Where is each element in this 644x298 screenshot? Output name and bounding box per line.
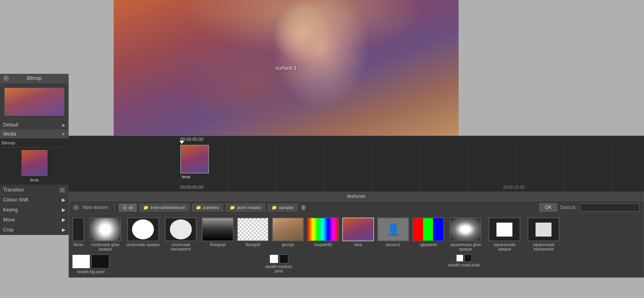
stealth-row: stealth big pixel stealth medium pixel s… [69,255,644,277]
texture-item-person1[interactable]: 👤 person1 [377,217,409,247]
transition-count: 0 [59,187,65,193]
timeline: 00:00:00.00 lena 00:00:15.00 00:00:00.00 [69,136,644,191]
texture-thumb-george [272,217,304,241]
stealth-big-pixel-item[interactable]: stealth big pixel [72,255,109,274]
timeline-clip[interactable] [180,145,209,174]
playhead-marker [179,141,184,144]
bitmap-thumbnail [4,88,64,116]
surface-label: surface 1 [276,65,297,71]
stealth-med-black [280,255,288,263]
texture-item-circlemask-opaque[interactable]: circlemask opaque [126,217,160,247]
colour-shift-row[interactable]: Colour Shift ▶ [0,195,69,205]
transition-row[interactable]: Transition 0 [0,185,69,195]
texture-item-circlemask-glow-opaque[interactable]: circlemask glow opaque [87,217,123,251]
stealth-small-white [456,255,463,262]
filter-sample-button[interactable]: 📁 sample/ [268,204,298,211]
texture-close-button[interactable]: × [73,204,79,211]
texture-grid: None circlemask glow opaque circlemask o… [69,214,644,255]
keying-row[interactable]: Keying ▶ [0,205,69,215]
move-row[interactable]: Move ▶ [0,215,69,225]
texture-thumb-hsvpalette [307,217,339,241]
texture-thumb-squaremask-transparent [528,217,559,241]
close-button[interactable]: × [3,75,9,81]
texture-thumb-lena [342,217,374,241]
left-panel: × Bitmap Default ▶ Media ▼ Bitmap lena T… [0,74,69,235]
trash-icon[interactable]: 🗑 [301,204,306,211]
stealth-small-pixel-item[interactable]: stealth small pixel [448,255,480,267]
main-image-area: surface 1 [114,0,459,136]
texture-item-lena[interactable]: lena [342,217,374,247]
stealth-big-white [72,255,90,268]
texture-item-rgbpalette[interactable]: rgbpalette [412,217,444,247]
texture-item-floorgrad[interactable]: floorgrad [202,217,234,247]
search-input[interactable] [580,203,640,211]
texture-thumb-none [72,217,84,241]
lena-thumb [22,150,47,176]
bitmap-panel-header: × Bitmap [0,74,69,83]
crop-row[interactable]: Crop ▶ [0,225,69,235]
texture-thumb-floorgrid [237,217,269,241]
filter-internal-button[interactable]: 📁 internal/dxtexture/ [140,204,189,211]
texture-item-hsvpalette[interactable]: hsvpalette [307,217,339,247]
texture-dialog-header: textures [69,191,644,201]
texture-thumb-person1: 👤 [377,217,409,241]
texture-item-squaremask-transparent[interactable]: squaremask transparent [526,217,561,251]
texture-thumb-circlemask-glow-opaque [89,217,121,241]
timeline-clip-label: lena [182,174,190,179]
filter-pixel-masks-button[interactable]: 📁 pixel masks/ [226,204,265,211]
ok-button[interactable]: OK [540,203,557,211]
texture-thumb-floorgrad [202,217,234,241]
texture-item-squaremask-glow-opaque[interactable]: squaremask glow opaque [447,217,483,251]
texture-item-george[interactable]: george [272,217,304,247]
colour-shift-arrow: ▶ [62,197,65,203]
media-row[interactable]: Media ▼ [0,130,69,138]
texture-thumb-rgbpalette [412,217,444,241]
stealth-medium-pixel-item[interactable]: stealth medium pixel [261,255,297,273]
stealth-big-black [91,255,109,268]
move-arrow: ▶ [62,217,65,223]
media-arrow: ▼ [61,132,65,136]
texture-thumb-squaremask-glow-opaque [449,217,481,241]
filter-all-button[interactable]: ☰ all [119,204,136,211]
texture-item-circlemask-transparent[interactable]: circlemask transparent [163,217,199,251]
default-arrow: ▶ [62,123,65,127]
keying-arrow: ▶ [62,207,65,213]
timeline-end-time: 00:00:15.00 [503,185,524,189]
texture-thumb-circlemask-opaque [127,217,159,241]
texture-item-floorgrid[interactable]: floorgrid [237,217,269,247]
filter-palettes-button[interactable]: 📁 palettes/ [192,204,223,211]
stealth-med-white [270,255,278,263]
stealth-small-black [465,255,472,262]
crop-arrow: ▶ [62,227,65,233]
texture-thumb-squaremask-opaque [488,217,520,241]
media-bitmap-header: Bitmap [0,138,69,148]
panel-title: Bitmap [27,75,41,81]
texture-item-none[interactable]: None [72,217,84,247]
default-row[interactable]: Default ▶ [0,120,69,130]
texture-toolbar: × New texture: ☰ all 📁 internal/dxtextur… [69,201,644,214]
texture-dialog: textures × New texture: ☰ all 📁 internal… [69,191,644,278]
timeline-time-bottom: 00:00:00.00 [180,185,203,189]
texture-thumb-circlemask-transparent [165,217,197,241]
texture-item-squaremask-opaque[interactable]: squaremask opaque [486,217,522,251]
lena-media-item[interactable]: lena [0,148,69,185]
